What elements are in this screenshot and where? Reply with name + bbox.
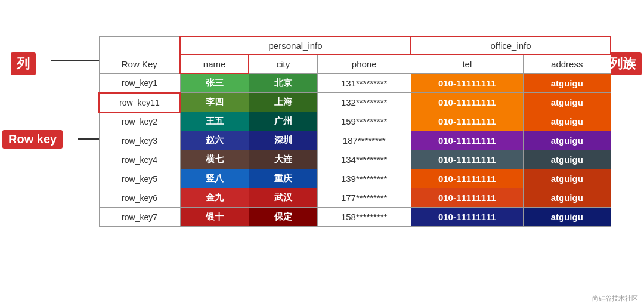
- empty-header: [99, 36, 180, 55]
- address-cell: atguigu: [523, 73, 611, 93]
- tel-cell: 010-11111111: [411, 112, 523, 131]
- phone-cell: 187********: [317, 131, 411, 150]
- city-cell: 深圳: [249, 131, 317, 150]
- name-header: name: [180, 55, 249, 73]
- header-row-1: personal_info office_info: [99, 36, 611, 55]
- name-cell: 银十: [180, 208, 249, 227]
- city-cell: 武汉: [249, 188, 317, 208]
- rowkey-header: Row Key: [99, 55, 180, 73]
- rowkey-cell: row_key4: [99, 150, 180, 169]
- name-cell: 张三: [180, 73, 249, 93]
- address-cell: atguigu: [523, 131, 611, 150]
- city-cell: 保定: [249, 208, 317, 227]
- address-cell: atguigu: [523, 150, 611, 169]
- table-row: row_key5 竖八 重庆 139********* 010-11111111…: [99, 169, 611, 188]
- rowkey-label: Row key: [2, 130, 63, 149]
- rowkey-cell: row_key2: [99, 112, 180, 131]
- table-row: row_key1 张三 北京 131********* 010-11111111…: [99, 73, 611, 93]
- address-cell: atguigu: [523, 208, 611, 227]
- city-header: city: [249, 55, 317, 73]
- phone-cell: 132*********: [317, 93, 411, 112]
- city-cell: 广州: [249, 112, 317, 131]
- table-container: personal_info office_info Row Key name c…: [98, 36, 611, 227]
- hbase-table: personal_info office_info Row Key name c…: [98, 36, 611, 227]
- lie-label: 列: [11, 52, 36, 75]
- tel-cell: 010-11111111: [411, 150, 523, 169]
- address-header: address: [523, 55, 611, 73]
- table-row: row_key11 李四 上海 132********* 010-1111111…: [99, 93, 611, 112]
- table-row: row_key6 金九 武汉 177********* 010-11111111…: [99, 188, 611, 208]
- name-cell: 金九: [180, 188, 249, 208]
- tel-header: tel: [411, 55, 523, 73]
- phone-cell: 177*********: [317, 188, 411, 208]
- tel-cell: 010-11111111: [411, 188, 523, 208]
- tel-cell: 010-11111111: [411, 131, 523, 150]
- personal-info-header: personal_info: [180, 36, 411, 55]
- name-cell: 竖八: [180, 169, 249, 188]
- phone-cell: 139*********: [317, 169, 411, 188]
- phone-cell: 158*********: [317, 208, 411, 227]
- watermark: 尚硅谷技术社区: [592, 294, 638, 303]
- rowkey-cell-highlight: row_key11: [99, 93, 180, 112]
- tel-cell: 010-11111111: [411, 208, 523, 227]
- city-cell: 大连: [249, 150, 317, 169]
- phone-header: phone: [317, 55, 411, 73]
- address-cell: atguigu: [523, 188, 611, 208]
- address-cell: atguigu: [523, 112, 611, 131]
- phone-cell: 134*********: [317, 150, 411, 169]
- city-cell: 重庆: [249, 169, 317, 188]
- rowkey-cell: row_key5: [99, 169, 180, 188]
- address-cell: atguigu: [523, 93, 611, 112]
- table-row: row_key2 王五 广州 159********* 010-11111111…: [99, 112, 611, 131]
- table-row: row_key4 横七 大连 134********* 010-11111111…: [99, 150, 611, 169]
- header-row-2: Row Key name city phone tel address: [99, 55, 611, 73]
- phone-cell: 159*********: [317, 112, 411, 131]
- address-cell: atguigu: [523, 169, 611, 188]
- city-cell: 北京: [249, 73, 317, 93]
- tel-cell: 010-11111111: [411, 73, 523, 93]
- name-cell: 横七: [180, 150, 249, 169]
- office-info-header: office_info: [411, 36, 611, 55]
- rowkey-cell: row_key6: [99, 188, 180, 208]
- rowkey-cell: row_key3: [99, 131, 180, 150]
- name-cell: 赵六: [180, 131, 249, 150]
- table-row: row_key3 赵六 深圳 187******** 010-11111111 …: [99, 131, 611, 150]
- city-cell: 上海: [249, 93, 317, 112]
- main-area: 列 Row key 列族 personal_info office_in: [0, 0, 644, 306]
- name-cell: 李四: [180, 93, 249, 112]
- tel-cell: 010-11111111: [411, 169, 523, 188]
- rowkey-cell: row_key1: [99, 73, 180, 93]
- tel-cell: 010-11111111: [411, 93, 523, 112]
- table-row: row_key7 银十 保定 158********* 010-11111111…: [99, 208, 611, 227]
- name-cell: 王五: [180, 112, 249, 131]
- rowkey-cell: row_key7: [99, 208, 180, 227]
- phone-cell: 131*********: [317, 73, 411, 93]
